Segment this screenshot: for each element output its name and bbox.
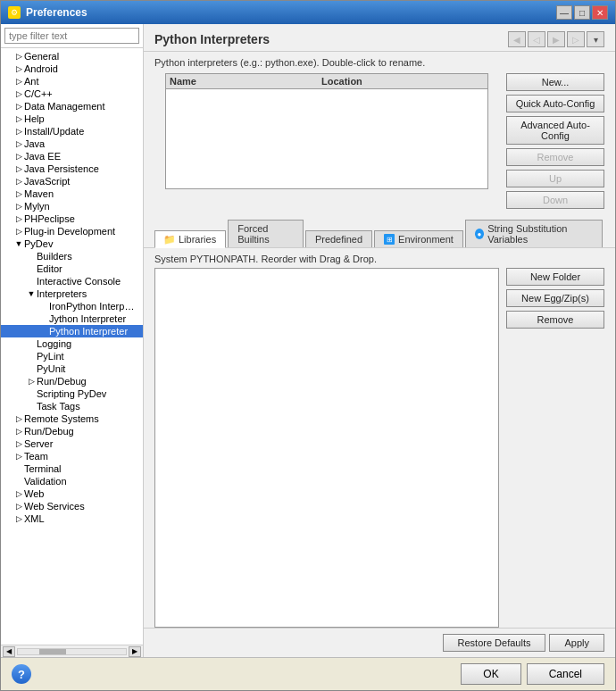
interpreters-table: Name Location xyxy=(165,73,488,189)
sidebar-item-builders[interactable]: Builders xyxy=(1,250,143,262)
tree-arrow-icon xyxy=(38,326,49,337)
sidebar-item-interpreters[interactable]: ▼Interpreters xyxy=(1,287,143,300)
filter-input[interactable] xyxy=(4,28,139,44)
forced-builtins-tab-label: Forced Builtins xyxy=(237,223,294,245)
window-icon: ⚙ xyxy=(8,6,21,19)
nav-back2-button[interactable]: ◁ xyxy=(528,31,545,47)
nav-forward2-button[interactable]: ▷ xyxy=(567,31,585,47)
tree-item-label: Data Management xyxy=(24,101,105,112)
maximize-button[interactable]: □ xyxy=(574,5,590,20)
tree-item-label: Scripting PyDev xyxy=(37,388,106,399)
sidebar-item-run-debug[interactable]: ▷Run/Debug xyxy=(1,375,143,387)
sidebar-item-general[interactable]: ▷General xyxy=(1,50,143,62)
advanced-auto-config-button[interactable]: Advanced Auto-Config xyxy=(506,116,604,145)
help-button[interactable]: ? xyxy=(12,664,31,684)
tree-item-label: Ant xyxy=(24,76,39,87)
close-button[interactable]: ✕ xyxy=(592,5,608,20)
sidebar-item-run-debug-root[interactable]: ▷Run/Debug xyxy=(1,425,143,437)
sidebar-item-cpp[interactable]: ▷C/C++ xyxy=(1,87,143,100)
sidebar-item-pylint[interactable]: PyLint xyxy=(1,350,143,362)
sidebar-item-install-update[interactable]: ▷Install/Update xyxy=(1,125,143,137)
sidebar-item-mylyn[interactable]: ▷Mylyn xyxy=(1,200,143,212)
scroll-track xyxy=(17,648,127,655)
tab-forced-builtins[interactable]: Forced Builtins xyxy=(228,220,304,247)
sidebar-item-data-management[interactable]: ▷Data Management xyxy=(1,100,143,112)
scroll-left-button[interactable]: ◀ xyxy=(3,646,15,657)
minimize-button[interactable]: — xyxy=(556,5,572,20)
sidebar-item-xml[interactable]: ▷XML xyxy=(1,512,143,525)
tab-environment[interactable]: ⊞Environment xyxy=(374,230,463,247)
sidebar-item-validation[interactable]: Validation xyxy=(1,475,143,487)
sidebar-item-javascript[interactable]: ▷JavaScript xyxy=(1,175,143,187)
sidebar-item-pydev[interactable]: ▼PyDev xyxy=(1,237,143,250)
sidebar-item-terminal[interactable]: Terminal xyxy=(1,462,143,475)
sidebar-item-python-interp[interactable]: Python Interpreter xyxy=(1,325,143,337)
tree-arrow-icon xyxy=(13,463,24,474)
up-button[interactable]: Up xyxy=(506,170,604,187)
new-egg-zip-button[interactable]: New Egg/Zip(s) xyxy=(506,289,604,307)
sidebar-item-pyunit[interactable]: PyUnit xyxy=(1,362,143,375)
tree-item-label: Help xyxy=(24,113,45,124)
nav-back-button[interactable]: ◀ xyxy=(508,31,526,47)
sidebar-item-task-tags[interactable]: Task Tags xyxy=(1,400,143,412)
tree-arrow-icon: ▷ xyxy=(13,138,24,149)
scroll-right-button[interactable]: ▶ xyxy=(129,646,141,657)
sidebar-item-web-services[interactable]: ▷Web Services xyxy=(1,500,143,512)
apply-button[interactable]: Apply xyxy=(549,634,604,652)
title-bar-left: ⚙ Preferences xyxy=(8,6,87,19)
pythonpath-list[interactable] xyxy=(154,268,499,628)
down-button[interactable]: Down xyxy=(506,191,604,209)
tree-arrow-icon xyxy=(26,338,37,349)
sidebar-item-help[interactable]: ▷Help xyxy=(1,112,143,125)
tab-predefined[interactable]: Predefined xyxy=(305,230,372,247)
filter-area xyxy=(1,24,143,48)
scroll-thumb[interactable] xyxy=(39,649,66,654)
tree-item-label: Mylyn xyxy=(24,201,50,212)
quick-auto-config-button[interactable]: Quick Auto-Config xyxy=(506,95,604,112)
sidebar-item-ant[interactable]: ▷Ant xyxy=(1,75,143,87)
sidebar-item-web[interactable]: ▷Web xyxy=(1,487,143,500)
sidebar-item-ironpython-interp[interactable]: IronPython Interp… xyxy=(1,300,143,312)
ok-button[interactable]: OK xyxy=(461,663,520,685)
tree-arrow-icon: ▷ xyxy=(13,51,24,62)
sidebar-item-maven[interactable]: ▷Maven xyxy=(1,187,143,200)
tree-item-label: Terminal xyxy=(24,463,62,474)
tree-arrow-icon: ▷ xyxy=(13,101,24,112)
remove-path-button[interactable]: Remove xyxy=(506,311,604,329)
tree-arrow-icon: ▷ xyxy=(13,63,24,74)
tree-arrow-icon: ▼ xyxy=(13,238,24,249)
sidebar-item-scripting-pydev[interactable]: Scripting PyDev xyxy=(1,387,143,400)
restore-defaults-button[interactable]: Restore Defaults xyxy=(443,634,546,652)
tree-arrow-icon: ▷ xyxy=(13,213,24,224)
nav-dropdown-button[interactable]: ▾ xyxy=(587,31,604,47)
tree-item-label: Remote Systems xyxy=(24,413,99,424)
sidebar-item-team[interactable]: ▷Team xyxy=(1,450,143,462)
sidebar-item-server[interactable]: ▷Server xyxy=(1,437,143,450)
sidebar-item-java[interactable]: ▷Java xyxy=(1,137,143,150)
pythonpath-description: System PYTHONPATH. Reorder with Drag & D… xyxy=(154,248,604,268)
sidebar-item-remote-systems[interactable]: ▷Remote Systems xyxy=(1,412,143,425)
sidebar-item-phpeclipse[interactable]: ▷PHPeclipse xyxy=(1,212,143,225)
tab-string-substitution[interactable]: ●String Substitution Variables xyxy=(465,220,603,247)
cancel-button[interactable]: Cancel xyxy=(527,663,604,685)
new-folder-button[interactable]: New Folder xyxy=(506,268,604,286)
sidebar-item-interactive-console[interactable]: Interactive Console xyxy=(1,275,143,287)
sidebar-item-java-persistence[interactable]: ▷Java Persistence xyxy=(1,162,143,175)
tree-item-label: IronPython Interp… xyxy=(49,301,134,312)
sidebar-item-editor[interactable]: Editor xyxy=(1,262,143,275)
tree-arrow-icon xyxy=(26,363,37,374)
sidebar-item-jython-interp[interactable]: Jython Interpreter xyxy=(1,312,143,325)
tree-arrow-icon xyxy=(26,276,37,287)
new-button[interactable]: New... xyxy=(506,73,604,91)
tree-item-label: PHPeclipse xyxy=(24,213,75,224)
sidebar-item-logging[interactable]: Logging xyxy=(1,337,143,350)
sidebar-item-android[interactable]: ▷Android xyxy=(1,62,143,75)
tab-libraries[interactable]: 📁Libraries xyxy=(154,230,226,248)
sidebar-item-java-ee[interactable]: ▷Java EE xyxy=(1,150,143,162)
remove-interp-button[interactable]: Remove xyxy=(506,148,604,166)
help-area: ? xyxy=(12,663,31,685)
sidebar-item-plugin-dev[interactable]: ▷Plug-in Development xyxy=(1,225,143,237)
nav-forward-button[interactable]: ▶ xyxy=(547,31,565,47)
tree-item-label: Web xyxy=(24,488,44,499)
tree-arrow-icon xyxy=(26,388,37,399)
